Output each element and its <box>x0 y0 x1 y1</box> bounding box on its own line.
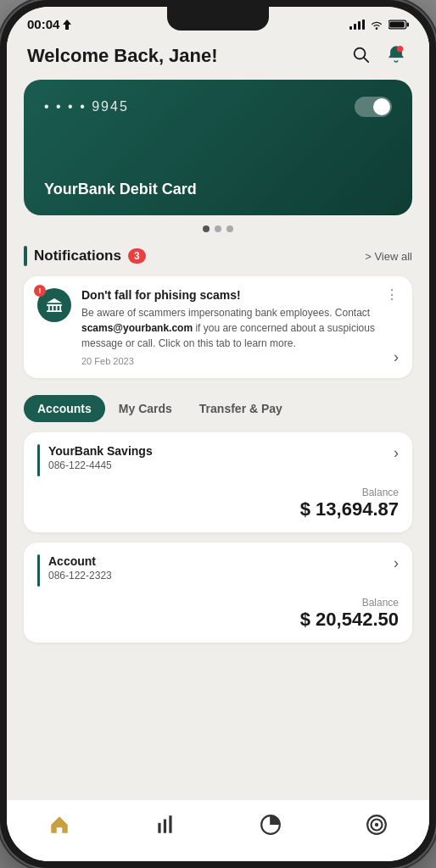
account-info-2: Account 086-122-2323 <box>37 554 112 587</box>
svg-point-6 <box>397 46 403 52</box>
signal-bar-3 <box>358 21 361 30</box>
notifications-button[interactable] <box>383 42 409 70</box>
card-dot-3 <box>226 225 233 232</box>
card-dot-2 <box>215 225 221 232</box>
pie-icon <box>260 814 282 841</box>
svg-rect-7 <box>158 823 160 833</box>
search-icon <box>351 45 370 64</box>
nav-target[interactable] <box>352 810 401 844</box>
home-svg <box>48 814 70 836</box>
phone-frame: 00:04 <box>0 0 436 868</box>
balance-label-2: Balance <box>37 597 399 609</box>
svg-rect-3 <box>389 21 405 27</box>
account-name-2: Account <box>48 554 112 568</box>
svg-rect-2 <box>407 22 409 26</box>
section-border <box>24 246 27 266</box>
account-border-2 <box>37 554 40 587</box>
battery-icon <box>388 19 409 30</box>
pie-svg <box>260 814 282 836</box>
card-section: • • • • 9945 YourBank Debit Card <box>7 80 429 246</box>
account-card-2-top: Account 086-122-2323 › <box>37 554 399 587</box>
card-top: • • • • 9945 <box>44 97 392 117</box>
section-title-row: Notifications 3 <box>24 246 146 266</box>
tab-my-cards[interactable]: My Cards <box>105 395 186 422</box>
status-time: 00:04 <box>27 17 59 31</box>
more-options-button[interactable]: ⋮ <box>385 288 399 302</box>
view-all-button[interactable]: > View all <box>365 250 412 263</box>
card-toggle[interactable] <box>355 97 392 117</box>
location-icon <box>63 19 71 30</box>
notification-body: Don't fall for phising scams! Be aware o… <box>81 288 375 366</box>
signal-bar-1 <box>349 26 352 30</box>
card-dots <box>24 225 412 232</box>
search-button[interactable] <box>348 42 373 70</box>
svg-rect-8 <box>164 820 166 833</box>
notification-date: 20 Feb 2023 <box>81 356 375 366</box>
phone-inner: 00:04 <box>7 7 429 861</box>
signal-bar-2 <box>354 24 356 30</box>
wifi-icon <box>370 19 383 30</box>
notifications-badge: 3 <box>128 248 146 264</box>
tabs-section: Accounts My Cards Transfer & Pay <box>7 392 429 432</box>
bottom-nav <box>7 799 429 861</box>
balance-amount-2: $ 20,542.50 <box>37 609 399 631</box>
account-details-2: Account 086-122-2323 <box>48 554 112 581</box>
account-details-1: YourBank Savings 086-122-4445 <box>48 444 153 471</box>
nav-pie[interactable] <box>246 810 295 844</box>
tab-transfer-pay[interactable]: Transfer & Pay <box>186 395 296 422</box>
tabs-row: Accounts My Cards Transfer & Pay <box>24 395 412 422</box>
card-number: • • • • 9945 <box>44 99 129 114</box>
svg-line-5 <box>364 58 368 62</box>
account-balance-1: Balance $ 13,694.87 <box>37 487 399 520</box>
svg-point-14 <box>375 823 378 826</box>
tab-accounts[interactable]: Accounts <box>24 395 105 422</box>
signal-bars <box>349 19 365 30</box>
notification-card: ! Don't fall for phising scams! Be aware… <box>24 276 412 378</box>
notification-chevron-icon: › <box>394 348 399 366</box>
accounts-section: YourBank Savings 086-122-4445 › Balance … <box>7 432 429 666</box>
status-icons <box>349 19 409 30</box>
bank-icon <box>45 298 64 312</box>
notifications-section: Notifications 3 > View all ! <box>7 246 429 392</box>
account-card-2: Account 086-122-2323 › Balance $ 20,542.… <box>24 542 412 643</box>
debit-card: • • • • 9945 YourBank Debit Card <box>24 80 412 215</box>
header-icons <box>348 42 409 70</box>
exclamation-icon: ! <box>34 285 46 297</box>
bell-icon <box>387 45 405 64</box>
chart-svg <box>154 814 176 836</box>
nav-home[interactable] <box>35 810 84 844</box>
card-name: YourBank Debit Card <box>44 181 392 198</box>
account-chevron-2[interactable]: › <box>394 554 399 572</box>
account-chevron-1[interactable]: › <box>394 444 399 462</box>
account-card-1: YourBank Savings 086-122-4445 › Balance … <box>24 432 412 532</box>
notification-right: ⋮ › <box>385 288 399 366</box>
balance-label-1: Balance <box>37 487 399 498</box>
account-card-1-top: YourBank Savings 086-122-4445 › <box>37 444 399 476</box>
scroll-content: Welcome Back, Jane! <box>7 35 429 799</box>
svg-marker-0 <box>63 19 71 30</box>
svg-rect-9 <box>169 815 171 833</box>
account-name-1: YourBank Savings <box>48 444 153 458</box>
card-dot-1 <box>203 225 210 232</box>
account-balance-2: Balance $ 20,542.50 <box>37 597 399 631</box>
balance-amount-1: $ 13,694.87 <box>37 498 399 520</box>
notifications-header: Notifications 3 > View all <box>24 246 412 266</box>
notification-icon-wrap: ! <box>37 288 71 366</box>
account-border-1 <box>37 444 40 476</box>
home-icon <box>48 814 70 841</box>
target-icon <box>366 814 388 841</box>
notification-text: Be aware of scammers impersonating bank … <box>81 305 375 351</box>
signal-bar-4 <box>362 19 365 30</box>
chart-icon <box>154 814 176 841</box>
header: Welcome Back, Jane! <box>7 35 429 80</box>
notification-title: Don't fall for phising scams! <box>81 288 375 302</box>
target-svg <box>366 814 388 836</box>
nav-stats[interactable] <box>141 810 190 844</box>
account-number-1: 086-122-4445 <box>48 459 153 471</box>
page-title: Welcome Back, Jane! <box>27 45 218 67</box>
notch <box>167 7 269 31</box>
account-number-2: 086-122-2323 <box>48 570 112 581</box>
account-info-1: YourBank Savings 086-122-4445 <box>37 444 153 476</box>
notifications-title: Notifications <box>34 248 121 264</box>
